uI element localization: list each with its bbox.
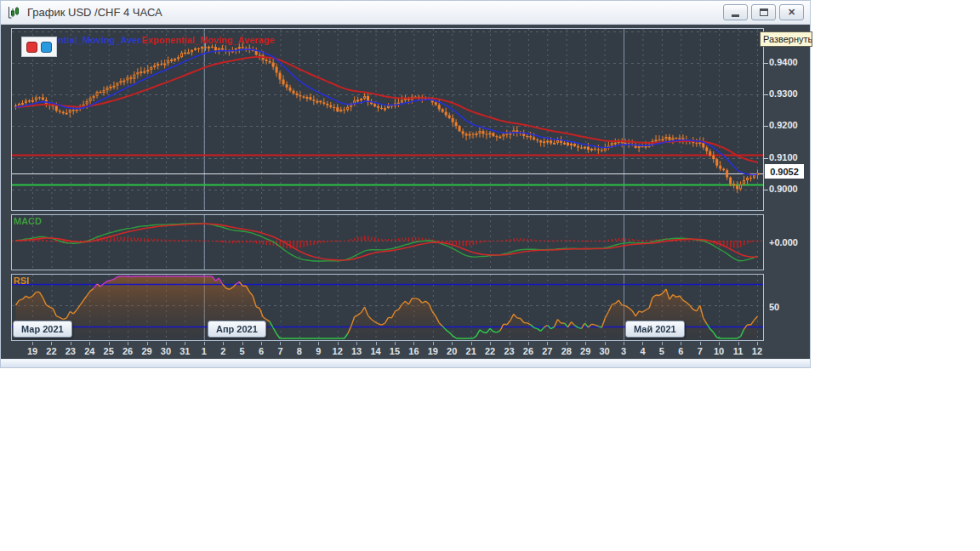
time-axis-label: 28 [561, 346, 572, 356]
time-axis-tick [395, 342, 396, 345]
time-axis-tick [452, 342, 453, 345]
time-axis-tick [642, 342, 643, 345]
window-title: График USD /CHF 4 ЧАСА [27, 6, 162, 19]
time-axis-tick [624, 342, 624, 345]
app-icon [7, 6, 21, 20]
time-axis-tick [223, 342, 224, 345]
time-axis-label: 7 [698, 346, 703, 356]
time-axis-label: 13 [351, 346, 362, 356]
chart-window: График USD /CHF 4 ЧАСА ✕ Exponential_Mov… [0, 0, 811, 368]
price-chart-canvas[interactable] [12, 29, 763, 210]
macd-panel [11, 214, 764, 270]
month-marker-mar: Мар 2021 [13, 321, 72, 338]
time-axis-label: 19 [27, 346, 37, 356]
time-axis-label: 12 [752, 346, 762, 356]
time-axis-label: 8 [297, 346, 302, 356]
time-axis-label: 12 [333, 346, 343, 356]
maximize-button[interactable] [751, 4, 776, 20]
main-chart-panel: Exponential_Moving_Average Exponential_M… [11, 28, 764, 211]
time-axis-tick [299, 342, 300, 345]
time-axis-label: 26 [523, 346, 533, 356]
price-axis-tick [764, 94, 768, 95]
time-axis-label: 23 [504, 346, 514, 356]
window-controls: ✕ [723, 4, 804, 20]
time-axis-tick [528, 342, 529, 345]
time-axis-label: 25 [104, 346, 114, 356]
time-axis-tick [376, 342, 377, 345]
time-axis-tick [338, 342, 339, 345]
maximize-tooltip: Развернуть [760, 31, 812, 47]
time-axis-label: 2 [220, 346, 225, 356]
time-axis-label: 31 [179, 346, 190, 356]
month-marker-apr: Апр 2021 [208, 321, 266, 338]
price-axis-tick [764, 190, 768, 190]
rsi-label: RSI [14, 276, 29, 286]
indicator-red-button[interactable] [26, 42, 37, 53]
indicator-blue-button[interactable] [41, 42, 52, 53]
price-axis-tick [764, 126, 768, 127]
time-axis-tick [356, 342, 357, 345]
time-axis-label: 30 [161, 346, 171, 356]
time-axis-tick [280, 342, 281, 345]
time-axis-label: 1 [202, 346, 207, 356]
time-axis-tick [585, 342, 586, 345]
time-axis-label: 29 [141, 346, 151, 356]
time-axis-label: 5 [659, 346, 664, 356]
month-marker-may: Май 2021 [625, 321, 685, 338]
time-axis-label: 15 [390, 346, 400, 356]
time-axis-tick [413, 342, 414, 345]
time-axis-tick [700, 342, 701, 345]
time-axis-tick [109, 342, 110, 345]
time-axis-label: 4 [640, 346, 645, 356]
time-axis-tick [71, 342, 71, 345]
time-axis[interactable]: 1922232425262930311256789121314151619202… [11, 343, 764, 359]
price-axis-label: 0.9300 [769, 88, 798, 99]
time-axis-tick [471, 342, 472, 345]
price-axis-tick [764, 63, 768, 64]
time-axis-label: 5 [240, 346, 245, 356]
time-axis-label: 23 [66, 346, 76, 356]
time-axis-label: 9 [316, 346, 321, 356]
time-axis-tick [757, 342, 758, 345]
time-axis-label: 24 [84, 346, 94, 356]
time-axis-tick [242, 342, 243, 345]
minimize-button[interactable] [723, 4, 748, 20]
time-axis-tick [147, 342, 148, 345]
legend-ema-slow: Exponential_Moving_Average [142, 35, 275, 45]
time-axis-label: 26 [122, 346, 133, 356]
macd-canvas[interactable] [12, 215, 763, 270]
time-axis-tick [318, 342, 319, 345]
time-axis-tick [89, 342, 90, 345]
time-axis-label: 16 [408, 346, 419, 356]
time-axis-tick [738, 342, 739, 345]
time-axis-label: 3 [621, 346, 626, 356]
time-axis-label: 6 [678, 346, 683, 356]
price-axis-label: 0.9200 [769, 120, 798, 130]
time-axis-label: 30 [599, 346, 609, 356]
time-axis-label: 20 [447, 346, 457, 356]
time-axis-tick [128, 342, 128, 345]
time-axis-tick [204, 342, 205, 345]
time-axis-tick [166, 342, 167, 345]
chart-area: Exponential_Moving_Average Exponential_M… [1, 25, 810, 359]
price-axis-label: 0.9000 [769, 184, 798, 194]
time-axis-tick [547, 342, 548, 345]
time-axis-label: 22 [46, 346, 56, 356]
time-axis-tick [185, 342, 185, 345]
titlebar[interactable]: График USD /CHF 4 ЧАСА ✕ [1, 1, 810, 25]
time-axis-label: 6 [259, 346, 264, 356]
time-axis-label: 29 [580, 346, 590, 356]
time-axis-label: 7 [277, 346, 282, 356]
time-axis-label: 10 [714, 346, 724, 356]
price-axis-label: 0.9400 [769, 57, 798, 67]
maximize-icon [760, 9, 768, 16]
time-axis-label: 21 [466, 346, 476, 356]
time-axis-tick [719, 342, 720, 345]
current-price-box: 0.9052 [765, 164, 804, 179]
price-axis-label: 0.9100 [769, 152, 798, 162]
close-button[interactable]: ✕ [779, 4, 804, 20]
rsi-mid-label: 50 [769, 302, 779, 312]
minimize-icon [732, 14, 739, 17]
time-axis-label: 22 [485, 346, 495, 356]
price-axis-tick [764, 158, 768, 159]
